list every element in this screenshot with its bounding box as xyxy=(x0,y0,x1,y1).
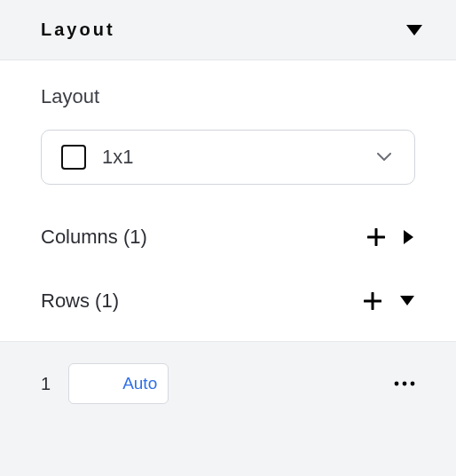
row-size-control: Auto xyxy=(68,363,169,404)
layout-grid-select-label: 1x1 xyxy=(102,146,361,169)
grid-1x1-icon xyxy=(61,145,86,170)
add-row-button[interactable] xyxy=(364,292,381,310)
row-item-1: 1 Auto xyxy=(0,341,456,425)
chevron-down-icon xyxy=(377,153,391,162)
svg-point-1 xyxy=(403,382,407,386)
layout-panel-title: Layout xyxy=(41,20,115,40)
row-size-input[interactable] xyxy=(69,364,112,403)
layout-grid-select[interactable]: 1x1 xyxy=(41,130,415,185)
layout-subheading: Layout xyxy=(41,85,415,108)
collapse-rows-button[interactable] xyxy=(399,295,415,307)
layout-panel-body: Layout 1x1 Columns (1) Rows (1) xyxy=(0,60,456,341)
columns-label: Columns (1) xyxy=(41,226,367,249)
layout-panel-header[interactable]: Layout xyxy=(0,0,456,60)
add-column-button[interactable] xyxy=(367,228,385,246)
rows-row: Rows (1) xyxy=(41,265,415,320)
svg-point-2 xyxy=(411,382,415,386)
svg-point-0 xyxy=(395,382,399,386)
row-item-index: 1 xyxy=(41,374,51,394)
rows-label: Rows (1) xyxy=(41,290,364,313)
expand-columns-button[interactable] xyxy=(403,229,415,245)
columns-row: Columns (1) xyxy=(41,201,415,256)
row-size-auto-button[interactable]: Auto xyxy=(112,364,168,403)
row-item-more-button[interactable] xyxy=(394,381,415,386)
caret-down-icon xyxy=(406,25,422,36)
